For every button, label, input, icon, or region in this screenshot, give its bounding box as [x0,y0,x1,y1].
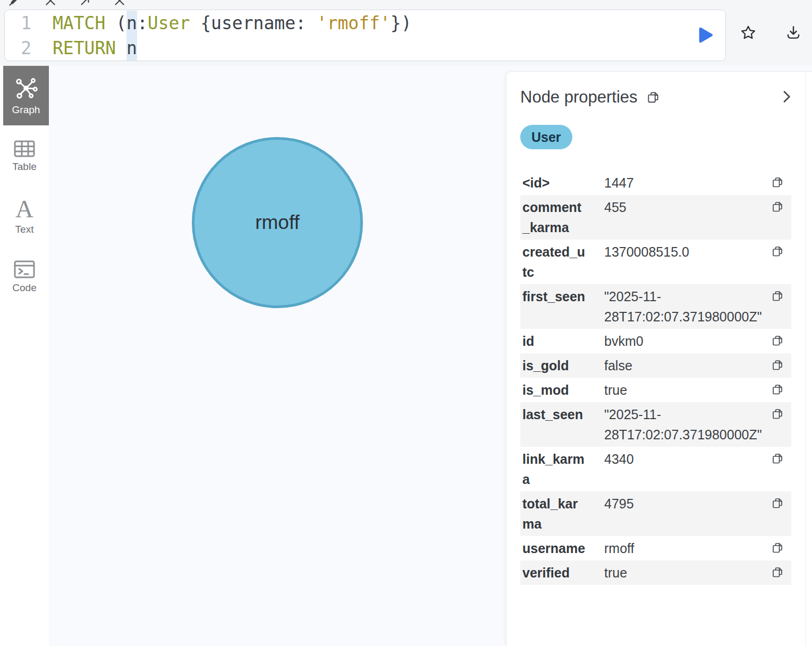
copy-icon [771,497,784,509]
copy-icon [771,566,784,579]
code-token: MATCH [53,13,116,33]
download-icon [785,24,802,41]
copy-icon [771,334,784,347]
close-icon[interactable] [44,0,57,7]
sidebar-item-table[interactable]: Table [0,139,49,174]
copy-property-button[interactable] [771,334,785,348]
copy-icon [771,541,784,554]
copy-property-button[interactable] [771,176,785,190]
line-number: 1 [5,11,31,36]
code-token: n [126,11,137,36]
sidebar-item-code[interactable]: Code [0,258,49,295]
copy-icon [771,383,784,396]
table-grid-icon [14,140,35,158]
code-token: RETURN [53,38,126,58]
code-token: : [137,13,148,33]
copy-icon [771,407,784,420]
property-value: 1447 [604,173,767,193]
property-value: 1370008515.0 [604,242,767,282]
graph-node-user[interactable]: rmoff [192,137,363,308]
play-icon [695,25,715,45]
copy-icon [771,452,784,465]
property-value: rmoff [604,538,767,558]
code-token: 'rmoff' [317,13,391,33]
sidebar-item-graph[interactable]: Graph [3,66,49,125]
property-key: is_gold [522,355,604,376]
node-caption: rmoff [255,211,300,234]
panel-header: Node properties [520,86,812,109]
property-row: <id> 1447 [520,171,791,195]
property-value: false [604,355,767,376]
property-key: id [522,331,604,351]
copy-property-button[interactable] [771,497,785,511]
panel-scroll-divider [805,72,806,646]
property-key: last_seen [522,404,604,445]
code-line: 2RETURN n [5,36,725,61]
code-line: 1MATCH (n:User {username: 'rmoff'}) [5,11,725,36]
property-key: created_utc [522,242,604,282]
code-token: User [148,13,190,33]
property-row: total_karma 4795 [520,491,791,536]
pin-icon[interactable] [7,0,21,7]
property-value: true [604,563,767,583]
save-favorite-button[interactable] [739,24,758,43]
copy-icon [771,245,784,258]
property-key: total_karma [522,494,604,534]
property-row: link_karma 4340 [520,447,791,491]
code-token: }) [391,13,412,33]
property-value: 4340 [604,449,767,489]
sidebar-item-text[interactable]: A Text [0,199,49,234]
sidebar-item-label: Graph [12,104,40,116]
property-key: comment_karma [522,197,604,237]
property-key: link_karma [522,449,604,489]
copy-property-button[interactable] [771,452,785,466]
property-row: is_gold false [520,353,791,378]
property-row: first_seen "2025-11-28T17:02:07.37198000… [520,284,791,329]
property-key: verified [522,563,604,583]
property-value: "2025-11-28T17:02:07.371980000Z" [604,286,767,327]
code-token: ( [116,13,126,33]
letter-a-icon: A [15,197,33,220]
copy-property-button[interactable] [771,359,785,372]
property-value: "2025-11-28T17:02:07.371980000Z" [604,404,767,445]
copy-icon [771,176,784,189]
collapse-panel-button[interactable] [778,87,795,107]
node-label-badge: User [520,125,572,149]
download-button[interactable] [784,23,803,42]
property-value: 4795 [604,494,767,534]
copy-property-button[interactable] [771,566,785,580]
property-key: is_mod [522,380,604,400]
close-icon[interactable] [113,0,126,7]
terminal-icon [14,260,35,279]
copy-property-button[interactable] [771,245,785,259]
property-row: comment_karma 455 [520,195,791,240]
copy-property-button[interactable] [771,200,785,214]
copy-icon [771,290,784,302]
properties-table: <id> 1447 comment_karma 455 created_utc … [520,171,791,585]
copy-property-button[interactable] [771,541,785,555]
open-in-new-icon[interactable] [78,0,92,7]
query-editor[interactable]: 1MATCH (n:User {username: 'rmoff'})2RETU… [4,10,726,61]
property-value: 455 [604,197,767,237]
graph-network-icon [14,75,38,100]
run-query-button[interactable] [695,25,715,45]
copy-all-properties-button[interactable] [646,90,661,105]
property-value: true [604,380,767,400]
copy-property-button[interactable] [771,407,785,421]
query-editor-lines[interactable]: 1MATCH (n:User {username: 'rmoff'})2RETU… [5,11,725,61]
property-row: username rmoff [520,536,791,560]
property-key: <id> [522,173,604,193]
code-token: n [126,36,137,61]
result-view-sidebar: Graph Table A Text Code [0,66,49,646]
copy-property-button[interactable] [771,290,785,303]
property-key: first_seen [522,286,604,327]
line-number: 2 [5,36,31,61]
chevron-right-icon [778,87,795,107]
property-row: last_seen "2025-11-28T17:02:07.371980000… [520,402,791,447]
sidebar-item-label: Table [12,161,36,173]
property-row: created_utc 1370008515.0 [520,240,791,284]
property-value: bvkm0 [604,331,767,351]
star-icon [739,24,757,42]
copy-property-button[interactable] [771,383,785,397]
node-properties-panel: Node properties User <id> 1447 comment_k… [506,71,812,646]
